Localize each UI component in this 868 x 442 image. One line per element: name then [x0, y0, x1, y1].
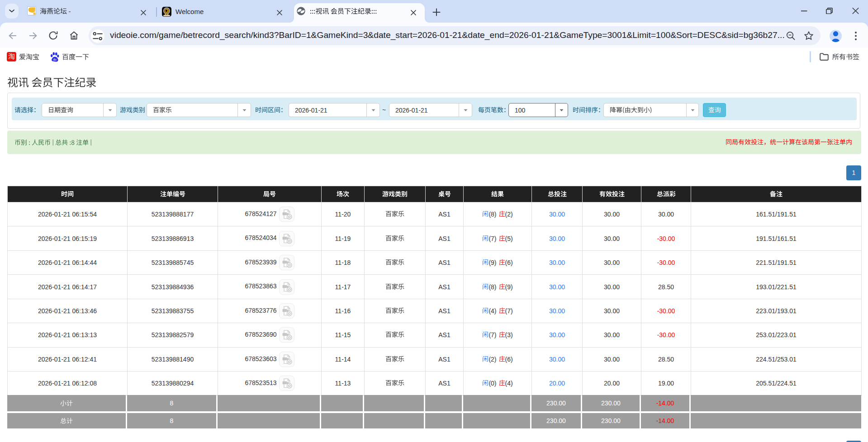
svg-text:du: du	[53, 58, 57, 61]
